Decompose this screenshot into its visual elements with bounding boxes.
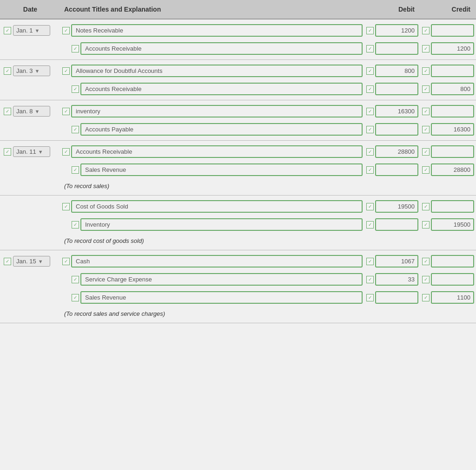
account-checkbox[interactable]: ✓ [62, 148, 70, 156]
credit-checkbox[interactable]: ✓ [422, 166, 430, 174]
credit-checkbox[interactable]: ✓ [422, 148, 430, 156]
date-dropdown[interactable]: Jan. 11 ▼ [13, 146, 50, 157]
credit-checkbox[interactable]: ✓ [422, 258, 430, 265]
journal-body: ✓Jan. 1 ▼✓✓✓✓✓✓✓Jan. 3 ▼✓✓✓✓✓✓✓Jan. 8 ▼✓… [0, 20, 476, 323]
debit-checkbox[interactable]: ✓ [366, 221, 374, 228]
credit-input[interactable] [431, 105, 474, 118]
debit-checkbox[interactable]: ✓ [366, 126, 374, 133]
credit-checkbox[interactable]: ✓ [422, 45, 430, 52]
account-input[interactable] [71, 24, 363, 37]
credit-input[interactable] [431, 291, 474, 304]
debit-input[interactable] [375, 200, 418, 213]
date-dropdown[interactable]: Jan. 3 ▼ [13, 65, 50, 76]
table-row: ✓✓✓ [0, 288, 476, 307]
date-cell [0, 205, 60, 209]
credit-input[interactable] [431, 145, 474, 158]
debit-input[interactable] [375, 65, 418, 77]
debit-input[interactable] [375, 273, 418, 286]
account-checkbox[interactable]: ✓ [62, 67, 70, 75]
debit-input[interactable] [375, 291, 418, 304]
debit-input[interactable] [375, 163, 418, 176]
account-checkbox[interactable]: ✓ [62, 27, 70, 34]
account-input[interactable] [71, 255, 363, 268]
account-input[interactable] [80, 163, 363, 176]
account-input[interactable] [80, 273, 363, 286]
date-cell [0, 47, 60, 51]
account-input[interactable] [80, 123, 363, 136]
debit-checkbox[interactable]: ✓ [366, 45, 374, 52]
credit-checkbox[interactable]: ✓ [422, 67, 430, 75]
credit-input[interactable] [431, 65, 474, 77]
credit-checkbox[interactable]: ✓ [422, 108, 430, 115]
credit-input[interactable] [431, 218, 474, 231]
account-input[interactable] [71, 145, 363, 158]
table-row: ✓✓✓ [0, 39, 476, 58]
date-dropdown[interactable]: Jan. 1 ▼ [13, 25, 50, 36]
credit-input[interactable] [431, 163, 474, 176]
debit-checkbox[interactable]: ✓ [366, 27, 374, 34]
account-checkbox[interactable]: ✓ [72, 294, 79, 301]
credit-checkbox[interactable]: ✓ [422, 85, 430, 93]
account-checkbox[interactable]: ✓ [62, 108, 70, 115]
debit-checkbox[interactable]: ✓ [366, 85, 374, 93]
debit-checkbox[interactable]: ✓ [366, 108, 374, 115]
debit-checkbox[interactable]: ✓ [366, 203, 374, 210]
date-dropdown[interactable]: Jan. 8 ▼ [13, 106, 50, 117]
credit-input[interactable] [431, 24, 474, 37]
credit-checkbox[interactable]: ✓ [422, 294, 430, 301]
account-checkbox[interactable]: ✓ [72, 276, 79, 283]
credit-checkbox[interactable]: ✓ [422, 203, 430, 210]
credit-checkbox[interactable]: ✓ [422, 221, 430, 228]
account-input[interactable] [80, 218, 363, 231]
debit-cell: ✓ [364, 254, 420, 269]
debit-input[interactable] [375, 42, 418, 55]
credit-input[interactable] [431, 83, 474, 95]
account-input[interactable] [71, 200, 363, 213]
account-input[interactable] [71, 65, 363, 77]
debit-input[interactable] [375, 105, 418, 118]
debit-checkbox[interactable]: ✓ [366, 276, 374, 283]
date-checkbox[interactable]: ✓ [4, 108, 11, 115]
date-dropdown[interactable]: Jan. 15 ▼ [13, 256, 50, 267]
credit-input[interactable] [431, 273, 474, 286]
date-checkbox[interactable]: ✓ [4, 258, 11, 265]
debit-input[interactable] [375, 123, 418, 136]
credit-input[interactable] [431, 123, 474, 136]
journal-table: Date Account Titles and Explanation Debi… [0, 0, 476, 470]
account-checkbox[interactable]: ✓ [62, 258, 70, 265]
date-checkbox[interactable]: ✓ [4, 27, 11, 34]
account-checkbox[interactable]: ✓ [72, 85, 79, 93]
credit-input[interactable] [431, 200, 474, 213]
debit-checkbox[interactable]: ✓ [366, 258, 374, 265]
account-input[interactable] [80, 291, 363, 304]
debit-input[interactable] [375, 83, 418, 95]
debit-input[interactable] [375, 218, 418, 231]
debit-input[interactable] [375, 255, 418, 268]
date-checkbox[interactable]: ✓ [4, 67, 11, 75]
account-checkbox[interactable]: ✓ [72, 166, 79, 174]
account-input[interactable] [80, 83, 363, 95]
debit-cell: ✓ [364, 217, 420, 232]
debit-checkbox[interactable]: ✓ [366, 166, 374, 174]
debit-input[interactable] [375, 145, 418, 158]
account-input[interactable] [80, 42, 363, 55]
account-checkbox[interactable]: ✓ [72, 45, 79, 52]
date-checkbox[interactable]: ✓ [4, 148, 11, 156]
credit-input[interactable] [431, 42, 474, 55]
account-checkbox[interactable]: ✓ [72, 221, 79, 228]
debit-checkbox[interactable]: ✓ [366, 148, 374, 156]
date-cell: ✓Jan. 8 ▼ [0, 104, 60, 118]
credit-checkbox[interactable]: ✓ [422, 27, 430, 34]
credit-checkbox[interactable]: ✓ [422, 126, 430, 133]
date-cell [0, 168, 60, 172]
credit-checkbox[interactable]: ✓ [422, 276, 430, 283]
debit-cell: ✓ [364, 290, 420, 305]
account-checkbox[interactable]: ✓ [62, 203, 70, 210]
account-checkbox[interactable]: ✓ [72, 126, 79, 133]
debit-checkbox[interactable]: ✓ [366, 67, 374, 75]
debit-checkbox[interactable]: ✓ [366, 294, 374, 301]
credit-cell: ✓ [420, 272, 476, 287]
credit-input[interactable] [431, 255, 474, 268]
debit-input[interactable] [375, 24, 418, 37]
account-input[interactable] [71, 105, 363, 118]
